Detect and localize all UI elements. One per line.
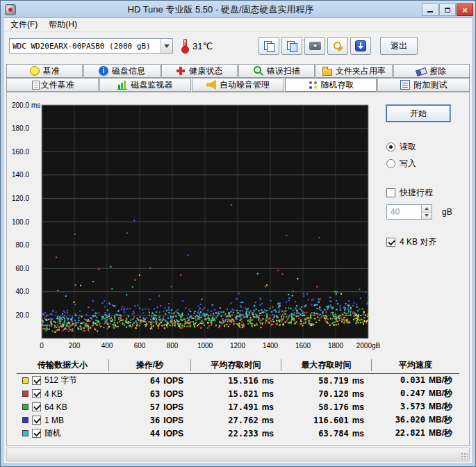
titlebar: HD Tune 专业版 5.50 - 硬盘/固态硬盘实用程序 × (1, 1, 475, 17)
svg-text:1600: 1600 (295, 342, 311, 350)
svg-text:80.0: 80.0 (16, 241, 30, 249)
spin-up-button[interactable] (422, 205, 432, 213)
shortstroke-size-input[interactable]: 40 (386, 204, 432, 220)
svg-text:1000: 1000 (197, 342, 213, 350)
svg-text:400: 400 (101, 342, 113, 350)
tab-label: 擦除 (429, 65, 446, 77)
download-icon (355, 40, 366, 51)
tab-label: 健康状态 (189, 65, 222, 77)
read-radio[interactable] (386, 142, 395, 151)
copy-text-button[interactable] (281, 37, 302, 55)
svg-text:200: 200 (69, 342, 81, 350)
tab-error-scan[interactable]: 错误扫描 (238, 64, 315, 78)
series-checkbox[interactable] (32, 389, 41, 398)
bar-chart-icon (117, 80, 127, 90)
align-option[interactable]: 4 KB 对齐 (386, 236, 465, 248)
series-checkbox[interactable] (32, 429, 41, 438)
screenshot-button[interactable] (304, 37, 325, 55)
avg-access-value: 27.762 (228, 416, 258, 425)
write-radio[interactable] (386, 159, 395, 168)
series-color-swatch (22, 430, 28, 436)
series-color-swatch (22, 404, 28, 410)
copy-text-icon (287, 41, 297, 51)
ops-unit: IOPS (163, 402, 183, 412)
ops-unit: IOPS (163, 429, 183, 439)
minimize-button[interactable] (422, 3, 438, 16)
svg-text:1800: 1800 (328, 342, 344, 350)
ops-value: 64 (150, 376, 160, 386)
align-checkbox[interactable] (386, 238, 395, 247)
options-button[interactable] (327, 37, 348, 55)
svg-text:0: 0 (40, 342, 44, 350)
tab-disk-info[interactable]: 磁盘信息 (83, 64, 160, 78)
tab-benchmark[interactable]: 基准 (6, 64, 83, 78)
table-row: 4 KB 63IOPS 15.821ms 70.128ms 0.247MB/秒 (17, 387, 459, 400)
copy-image-icon (264, 41, 274, 51)
drive-select-value: WDC WD20EARX-00PASB0 (2000 gB) (10, 42, 161, 51)
tab-file-benchmark[interactable]: 文件基准 (6, 78, 99, 92)
shortstroke-option[interactable]: 快捷行程 (386, 187, 465, 199)
svg-text:140.0: 140.0 (12, 171, 29, 179)
ops-unit: IOPS (163, 376, 183, 386)
series-label: 64 KB (44, 402, 67, 412)
align-label: 4 KB 对齐 (400, 236, 436, 248)
avg-speed-value: 36.020 (395, 415, 425, 425)
exit-button[interactable]: 退出 (380, 37, 418, 55)
app-icon-dot (8, 8, 13, 12)
svg-text:20.0: 20.0 (16, 311, 30, 319)
start-button[interactable]: 开始 (386, 105, 450, 122)
tab-aam[interactable]: 自动噪音管理 (192, 78, 284, 92)
menu-file[interactable]: 文件(F) (5, 17, 43, 32)
series-label: 512 字节 (44, 375, 77, 386)
drive-select[interactable]: WDC WD20EARX-00PASB0 (2000 gB) (9, 38, 173, 54)
svg-text:1200: 1200 (230, 342, 246, 350)
thermometer-bulb (181, 46, 189, 54)
series-checkbox[interactable] (32, 402, 41, 411)
update-button[interactable] (350, 37, 371, 55)
shortstroke-size-row: 40 gB (386, 204, 465, 220)
toolbar: WDC WD20EARX-00PASB0 (2000 gB) 31℃ 退出 (3, 32, 473, 60)
series-checkbox[interactable] (32, 416, 41, 425)
thermometer-icon (181, 39, 189, 54)
tab-health[interactable]: 健康状态 (161, 64, 238, 78)
speaker-icon (206, 80, 216, 90)
col-header-ops: 操作/秒 (108, 359, 190, 371)
tab-random-access[interactable]: 随机存取 (285, 78, 377, 92)
read-option[interactable]: 读取 (386, 141, 465, 153)
tab-label: 文件夹占用率 (336, 65, 386, 77)
tab-extra-tests[interactable]: 附加测试 (377, 78, 470, 92)
max-access-value: 58.176 (318, 402, 348, 412)
maximize-button[interactable] (439, 3, 456, 16)
resize-grip[interactable] (461, 452, 468, 459)
avg-speed-unit: MB/秒 (429, 388, 452, 398)
tab-disk-monitor[interactable]: 磁盘监视器 (99, 78, 192, 92)
write-option[interactable]: 写入 (386, 158, 465, 170)
ops-unit: IOPS (163, 416, 183, 425)
tab-folder-usage[interactable]: 文件夹占用率 (315, 64, 392, 78)
series-label: 1 MB (44, 416, 64, 425)
svg-text:600: 600 (134, 342, 146, 350)
close-button[interactable]: × (457, 3, 473, 16)
menu-help[interactable]: 帮助(H) (43, 17, 83, 32)
health-cross-icon (176, 66, 186, 76)
results-table: 传输数据大小 操作/秒 平均存取时间 最大存取时间 平均速度 512 字节 64… (17, 359, 459, 440)
svg-text:800: 800 (167, 342, 179, 350)
info-icon (99, 66, 108, 76)
app-icon (5, 4, 16, 15)
spin-down-button[interactable] (422, 213, 432, 220)
drive-select-dropdown-button[interactable] (161, 39, 172, 53)
tab-label: 错误扫描 (267, 65, 300, 77)
camera-lens (313, 43, 318, 48)
random-access-panel: 20.040.060.080.0100.0120.0140.0160.0180.… (6, 92, 470, 446)
tab-erase[interactable]: 擦除 (393, 64, 470, 78)
chart-row: 20.040.060.080.0100.0120.0140.0160.0180.… (8, 97, 468, 355)
avg-access-unit: ms (262, 376, 274, 386)
series-color-swatch (22, 377, 28, 384)
svg-text:1400: 1400 (263, 342, 279, 350)
series-checkbox[interactable] (32, 376, 41, 385)
copy-image-button[interactable] (258, 37, 279, 55)
close-icon: × (462, 5, 468, 15)
window-body: 文件(F) 帮助(H) WDC WD20EARX-00PASB0 (2000 g… (3, 17, 473, 464)
app-window: HD Tune 专业版 5.50 - 硬盘/固态硬盘实用程序 × 文件(F) 帮… (0, 0, 476, 467)
shortstroke-checkbox[interactable] (386, 188, 395, 197)
